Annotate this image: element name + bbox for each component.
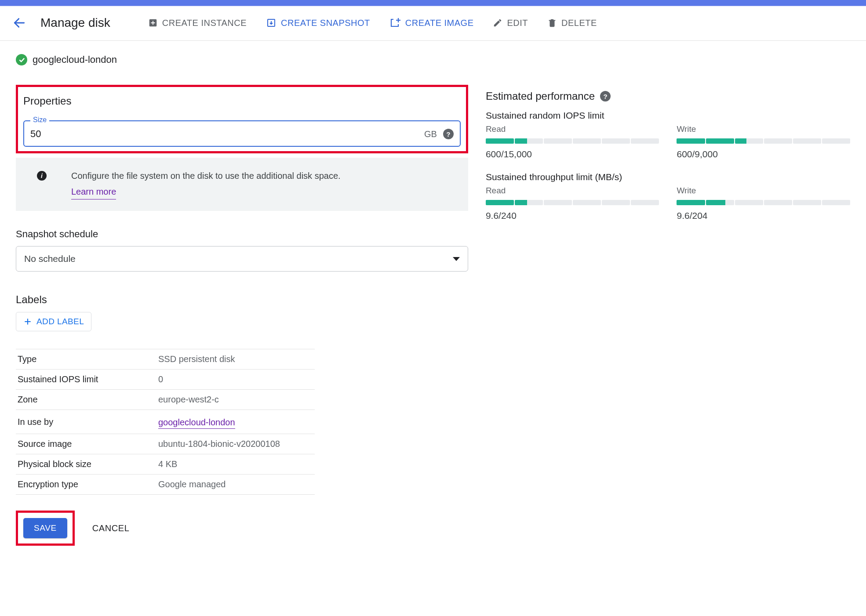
chevron-down-icon bbox=[453, 257, 460, 261]
tp-write-value: 9.6/204 bbox=[677, 210, 850, 221]
tp-write-cell: Write 9.6/204 bbox=[677, 186, 850, 221]
size-label: Size bbox=[30, 116, 49, 124]
tp-read-bar bbox=[486, 200, 659, 205]
table-row: Physical block size4 KB bbox=[16, 454, 315, 475]
pencil-icon bbox=[493, 18, 502, 28]
info-banner: i Configure the file system on the disk … bbox=[16, 158, 468, 211]
table-row: Encryption typeGoogle managed bbox=[16, 475, 315, 495]
save-button[interactable]: SAVE bbox=[23, 518, 67, 538]
help-icon[interactable]: ? bbox=[443, 129, 454, 139]
size-field[interactable]: Size GB ? bbox=[23, 120, 461, 147]
write-label: Write bbox=[677, 186, 850, 196]
edit-button[interactable]: EDIT bbox=[485, 14, 536, 32]
read-label: Read bbox=[486, 124, 659, 134]
in-use-by-link[interactable]: googlecloud-london bbox=[158, 417, 235, 429]
info-text: Configure the file system on the disk to… bbox=[71, 169, 341, 182]
table-key: Zone bbox=[16, 390, 156, 410]
table-value: ubuntu-1804-bionic-v20200108 bbox=[156, 434, 315, 454]
tp-read-cell: Read 9.6/240 bbox=[486, 186, 659, 221]
iops-subtitle: Sustained random IOPS limit bbox=[486, 110, 850, 121]
properties-title: Properties bbox=[23, 95, 461, 107]
table-key: Physical block size bbox=[16, 454, 156, 475]
resource-name: googlecloud-london bbox=[33, 54, 117, 65]
add-label-button[interactable]: ADD LABEL bbox=[16, 312, 91, 331]
table-row: TypeSSD persistent disk bbox=[16, 349, 315, 370]
snapshot-icon bbox=[266, 18, 277, 28]
delete-button[interactable]: DELETE bbox=[539, 14, 605, 32]
throughput-subtitle: Sustained throughput limit (MB/s) bbox=[486, 172, 850, 182]
iops-write-cell: Write 600/9,000 bbox=[677, 124, 850, 159]
learn-more-link[interactable]: Learn more bbox=[71, 185, 116, 199]
table-value: europe-west2-c bbox=[156, 390, 315, 410]
properties-highlight-box: Properties Size GB ? bbox=[16, 85, 468, 153]
trash-icon bbox=[547, 18, 557, 28]
read-label: Read bbox=[486, 186, 659, 196]
snapshot-schedule-value: No schedule bbox=[24, 254, 76, 264]
create-snapshot-button[interactable]: CREATE SNAPSHOT bbox=[258, 14, 378, 32]
iops-write-bar bbox=[677, 138, 850, 144]
create-instance-label: CREATE INSTANCE bbox=[162, 18, 247, 28]
delete-label: DELETE bbox=[561, 18, 597, 28]
status-ok-icon bbox=[16, 54, 27, 65]
properties-table: TypeSSD persistent diskSustained IOPS li… bbox=[16, 349, 315, 495]
save-highlight-box: SAVE bbox=[16, 511, 75, 546]
edit-label: EDIT bbox=[507, 18, 528, 28]
plus-icon bbox=[23, 317, 32, 326]
table-value: SSD persistent disk bbox=[156, 349, 315, 370]
back-arrow-icon[interactable] bbox=[12, 16, 26, 30]
create-instance-button[interactable]: CREATE INSTANCE bbox=[140, 14, 255, 32]
header-toolbar: Manage disk CREATE INSTANCE CREATE SNAPS… bbox=[0, 6, 866, 41]
snapshot-schedule-select[interactable]: No schedule bbox=[16, 246, 468, 272]
iops-read-value: 600/15,000 bbox=[486, 149, 659, 159]
info-icon: i bbox=[37, 171, 47, 181]
performance-title: Estimated performance bbox=[486, 90, 595, 102]
table-row: Sustained IOPS limit0 bbox=[16, 370, 315, 390]
table-row: Zoneeurope-west2-c bbox=[16, 390, 315, 410]
cancel-button[interactable]: CANCEL bbox=[92, 523, 130, 533]
table-value: 4 KB bbox=[156, 454, 315, 475]
snapshot-schedule-title: Snapshot schedule bbox=[16, 228, 468, 240]
table-value: Google managed bbox=[156, 475, 315, 495]
table-row: Source imageubuntu-1804-bionic-v20200108 bbox=[16, 434, 315, 454]
size-input[interactable] bbox=[30, 128, 424, 140]
write-label: Write bbox=[677, 124, 850, 134]
table-key: Sustained IOPS limit bbox=[16, 370, 156, 390]
iops-read-cell: Read 600/15,000 bbox=[486, 124, 659, 159]
create-image-button[interactable]: CREATE IMAGE bbox=[382, 14, 482, 32]
help-icon[interactable]: ? bbox=[600, 91, 611, 101]
add-box-icon bbox=[148, 18, 158, 28]
add-label-text: ADD LABEL bbox=[36, 317, 84, 326]
table-value: googlecloud-london bbox=[156, 410, 315, 434]
table-key: Type bbox=[16, 349, 156, 370]
table-row: In use bygooglecloud-london bbox=[16, 410, 315, 434]
tp-write-bar bbox=[677, 200, 850, 205]
tp-read-value: 9.6/240 bbox=[486, 210, 659, 221]
table-key: Encryption type bbox=[16, 475, 156, 495]
table-value: 0 bbox=[156, 370, 315, 390]
iops-write-value: 600/9,000 bbox=[677, 149, 850, 159]
create-image-label: CREATE IMAGE bbox=[405, 18, 474, 28]
page-title: Manage disk bbox=[40, 16, 110, 30]
labels-title: Labels bbox=[16, 294, 468, 306]
size-unit: GB bbox=[424, 129, 437, 139]
browser-chrome-bar bbox=[0, 0, 866, 6]
iops-read-bar bbox=[486, 138, 659, 144]
resource-status-row: googlecloud-london bbox=[16, 54, 468, 65]
create-snapshot-label: CREATE SNAPSHOT bbox=[281, 18, 370, 28]
table-key: In use by bbox=[16, 410, 156, 434]
image-add-icon bbox=[389, 18, 401, 28]
table-key: Source image bbox=[16, 434, 156, 454]
